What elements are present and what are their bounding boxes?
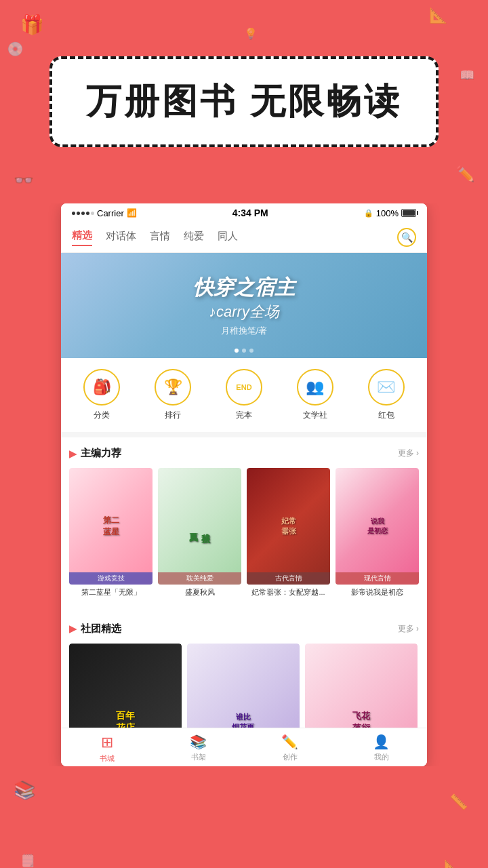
- nav-create[interactable]: ✏️ 创作: [244, 734, 336, 764]
- outer-wrapper: 🎁 📐 💿 👓 ✏️ 📖 💡 万册图书 无限畅读 Carrier 📶: [0, 0, 488, 868]
- battery-icon: [401, 209, 416, 217]
- social-section: ▶ 社团精选 更多 › 百年花店 轻小说 百年花店: [61, 613, 427, 728]
- scroll-content[interactable]: 快穿之宿主 ♪carry全场 月稚挽笔/著 🎒 分类 🏆: [61, 253, 427, 728]
- social-cover-text-3: 飞花落衍: [352, 710, 370, 728]
- ranking-icon-circle: 🏆: [155, 369, 191, 406]
- bookstore-nav-label: 书城: [100, 753, 115, 764]
- featured-more-button[interactable]: 更多 ›: [398, 448, 419, 459]
- bottom-nav: ⊞ 书城 📚 书架 ✏️ 创作 👤 我的: [61, 728, 427, 766]
- book-cover-4: 说我是初恋 现代言情: [336, 468, 419, 585]
- book-item-2[interactable]: 秋盛风夏 耽美纯爱 盛夏秋风: [158, 468, 241, 598]
- book-cover-inner-1: 第二蓝星 游戏竞技: [69, 468, 152, 585]
- status-bar: Carrier 📶 4:34 PM 🔒 100%: [61, 203, 427, 222]
- battery-fill: [403, 210, 415, 216]
- book-item-1[interactable]: 第二蓝星 游戏竞技 第二蓝星「无限」: [69, 468, 152, 598]
- deco-pencil: ✏️: [456, 165, 474, 183]
- book-title-3: 妃常嚣张：女配穿越...: [247, 587, 330, 597]
- battery-text: 100%: [376, 208, 399, 218]
- icon-redpacket[interactable]: ✉️ 红包: [368, 369, 405, 421]
- tab-featured[interactable]: 精选: [72, 229, 92, 246]
- icon-literary[interactable]: 👥 文学社: [297, 369, 333, 421]
- carrier-text: Carrier: [97, 208, 124, 218]
- book-item-3[interactable]: 妃常嚣张 古代言情 妃常嚣张：女配穿越...: [247, 468, 330, 598]
- featured-section: ▶ 主编力荐 更多 › 第二蓝星 游戏竞技 第二蓝星「无限」: [61, 437, 427, 608]
- bookshelf-nav-label: 书架: [191, 752, 206, 762]
- nav-bookshelf[interactable]: 📚 书架: [152, 734, 244, 764]
- social-title: ▶ 社团精选: [69, 623, 121, 635]
- featured-arrow-icon: ▶: [69, 448, 77, 459]
- social-cover-inner-3: 飞花落衍 耽美纯爱: [305, 644, 418, 728]
- book-tag-2: 耽美纯爱: [158, 572, 241, 585]
- banner-author: 月稚挽笔/著: [193, 325, 295, 337]
- bookstore-nav-icon: ⊞: [101, 734, 113, 751]
- social-arrow-icon: ▶: [69, 623, 77, 634]
- create-nav-label: 创作: [283, 752, 298, 762]
- social-book-item-2[interactable]: 谁比烟花更 现代言情 谁比烟花更: [187, 644, 300, 728]
- tab-romance[interactable]: 言情: [150, 230, 170, 245]
- cover-text-3: 妃常嚣张: [281, 516, 296, 536]
- featured-banner[interactable]: 快穿之宿主 ♪carry全场 月稚挽笔/著: [61, 253, 427, 358]
- status-left: Carrier 📶: [72, 208, 137, 218]
- featured-title: ▶ 主编力荐: [69, 447, 121, 460]
- book-title-2: 盛夏秋风: [158, 587, 241, 597]
- category-icon-circle: 🎒: [83, 369, 120, 406]
- deco-glasses: 👓: [14, 171, 34, 190]
- redpacket-icon-circle: ✉️: [368, 369, 405, 406]
- icon-category[interactable]: 🎒 分类: [83, 369, 120, 421]
- completed-icon-circle: END: [226, 369, 262, 406]
- banner-dot-3: [249, 349, 253, 353]
- literary-label: 文学社: [303, 410, 327, 421]
- banner-subtitle: ♪carry全场: [193, 302, 295, 322]
- profile-nav-icon: 👤: [373, 734, 390, 750]
- book-cover-3: 妃常嚣张 古代言情: [247, 468, 330, 585]
- featured-title-text: 主编力荐: [81, 447, 121, 460]
- book-cover-inner-3: 妃常嚣张 古代言情: [247, 468, 330, 585]
- banner-dot-1: [235, 349, 239, 353]
- social-header: ▶ 社团精选 更多 ›: [69, 623, 419, 635]
- lock-icon: 🔒: [364, 209, 373, 218]
- nav-tabs: 精选 对话体 言情 纯爱 同人 🔍: [61, 222, 427, 253]
- icon-completed[interactable]: END 完本: [226, 369, 262, 421]
- deco-bottom-right: 📏: [449, 793, 468, 811]
- search-button[interactable]: 🔍: [397, 228, 416, 247]
- category-icons: 🎒 分类 🏆 排行 END 完本 👥 文学社 ✉️ 红包: [61, 358, 427, 437]
- book-cover-1: 第二蓝星 游戏竞技: [69, 468, 152, 585]
- social-book-item-1[interactable]: 百年花店 轻小说 百年花店: [69, 644, 182, 728]
- search-icon: 🔍: [401, 232, 413, 243]
- social-cover-text-1: 百年花店: [116, 710, 135, 728]
- cover-text-1: 第二蓝星: [103, 515, 119, 538]
- deco-bottom-ruler: 📐: [444, 859, 461, 868]
- tab-fanfic[interactable]: 同人: [218, 230, 238, 245]
- tagline-box: 万册图书 无限畅读: [49, 56, 439, 147]
- tab-dialogue[interactable]: 对话体: [106, 230, 136, 245]
- social-book-item-3[interactable]: 飞花落衍 耽美纯爱 飞花落衍: [305, 644, 418, 728]
- social-more-button[interactable]: 更多 ›: [398, 623, 419, 635]
- ranking-label: 排行: [165, 410, 181, 421]
- banner-title: 快穿之宿主: [193, 274, 295, 302]
- banner-dots: [235, 349, 253, 353]
- book-item-4[interactable]: 说我是初恋 现代言情 影帝说我是初恋: [336, 468, 419, 598]
- status-right: 🔒 100%: [364, 208, 416, 218]
- dot3: [81, 212, 85, 215]
- category-label: 分类: [94, 410, 110, 421]
- social-cover-2: 谁比烟花更 现代言情: [187, 644, 300, 728]
- featured-header: ▶ 主编力荐 更多 ›: [69, 447, 419, 460]
- icon-ranking[interactable]: 🏆 排行: [155, 369, 191, 421]
- deco-gift: 🎁: [20, 14, 44, 36]
- profile-nav-label: 我的: [374, 752, 389, 762]
- literary-icon-circle: 👥: [297, 369, 333, 406]
- banner-dot-2: [242, 349, 246, 353]
- book-tag-3: 古代言情: [247, 572, 330, 585]
- tab-pure-love[interactable]: 纯爱: [184, 230, 204, 245]
- wifi-icon: 📶: [127, 208, 137, 218]
- nav-bookstore[interactable]: ⊞ 书城: [61, 734, 152, 764]
- bookshelf-nav-icon: 📚: [190, 734, 207, 750]
- book-cover-2: 秋盛风夏 耽美纯爱: [158, 468, 241, 585]
- book-tag-4: 现代言情: [336, 572, 419, 585]
- bottom-deco: 📚 📏 📐 🗒️: [0, 766, 488, 868]
- social-cover-text-2: 谁比烟花更: [232, 712, 254, 728]
- book-title-1: 第二蓝星「无限」: [69, 587, 152, 597]
- nav-profile[interactable]: 👤 我的: [336, 734, 427, 764]
- phone-frame: Carrier 📶 4:34 PM 🔒 100% 精选 对话体 言情 纯爱 同人…: [61, 203, 427, 766]
- featured-book-grid: 第二蓝星 游戏竞技 第二蓝星「无限」 秋盛风夏 耽美纯爱: [69, 468, 419, 598]
